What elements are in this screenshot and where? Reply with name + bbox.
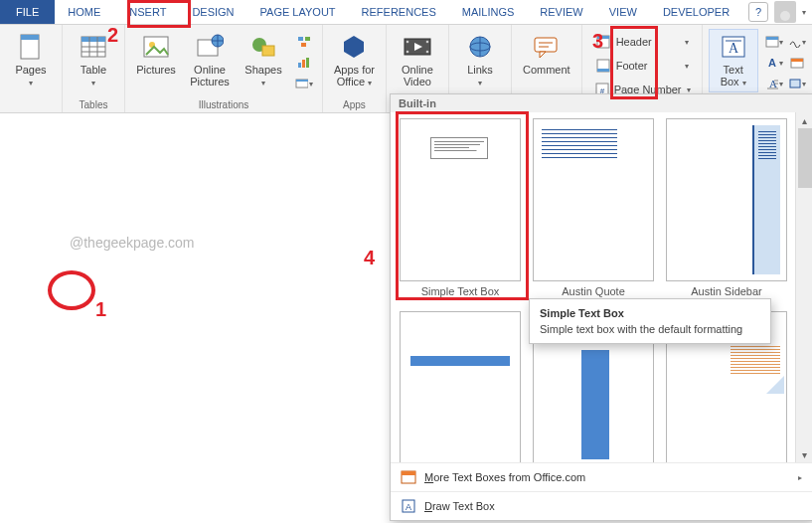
group-illustrations: Pictures Online Pictures Shapes▾ [125, 25, 323, 112]
svg-text:A: A [406, 502, 411, 512]
links-button[interactable]: Links▾ [455, 29, 505, 92]
svg-marker-33 [540, 52, 546, 58]
group-label-apps: Apps [343, 97, 366, 110]
svg-point-27 [426, 51, 429, 54]
header-icon [595, 34, 611, 50]
gallery-scrollbar[interactable]: ▴ ▾ [795, 112, 812, 462]
tab-review[interactable]: REVIEW [527, 0, 595, 24]
wordart-button[interactable]: A▾ [764, 54, 784, 72]
smartart-button[interactable] [294, 33, 314, 51]
svg-text:A: A [729, 41, 739, 56]
tab-view[interactable]: VIEW [596, 0, 650, 24]
apps-for-office-button[interactable]: Apps for Office ▾ [329, 29, 380, 92]
gallery-item-austin-sidebar[interactable]: Austin Sidebar [663, 118, 790, 305]
online-pictures-label: Online Pictures [190, 62, 230, 87]
group-label-tables: Tables [80, 97, 108, 110]
screenshot-button[interactable]: ▾ [294, 75, 314, 92]
svg-rect-15 [305, 37, 310, 41]
draw-text-box-icon: A [401, 498, 416, 514]
tooltip-body: Simple text box with the default formatt… [540, 323, 760, 335]
online-pictures-icon [195, 32, 225, 62]
svg-rect-54 [790, 80, 800, 87]
shapes-icon [248, 32, 278, 62]
video-icon [403, 32, 432, 62]
gallery-grid: Simple Text Box Austin Quote Austin Side… [391, 112, 812, 462]
drop-cap-button[interactable]: A▾ [764, 75, 784, 92]
svg-rect-17 [298, 63, 301, 68]
date-time-button[interactable] [787, 54, 807, 72]
footer-icon [595, 58, 611, 74]
apps-icon [339, 32, 369, 62]
tab-insert[interactable]: INSERT [113, 0, 179, 24]
svg-rect-32 [535, 38, 557, 52]
pictures-button[interactable]: Pictures [131, 29, 181, 79]
tab-page-layout[interactable]: PAGE LAYOUT [247, 0, 349, 24]
tab-references[interactable]: REFERENCES [349, 0, 449, 24]
user-menu-caret[interactable]: ▾ [802, 8, 806, 17]
gallery-item-banded-quote[interactable]: Banded Quote [397, 311, 524, 462]
svg-text:A: A [768, 57, 776, 69]
object-button[interactable]: ▾ [787, 75, 807, 92]
comment-icon [532, 32, 562, 62]
svg-rect-18 [302, 60, 305, 68]
gallery-item-tooltip: Simple Text Box Simple text box with the… [529, 298, 771, 344]
svg-point-25 [406, 51, 409, 54]
svg-rect-19 [306, 58, 309, 68]
tooltip-title: Simple Text Box [540, 307, 760, 319]
quick-parts-button[interactable]: ▾ [764, 33, 784, 51]
svg-rect-49 [791, 59, 803, 62]
office-store-icon [401, 469, 416, 485]
footer-button[interactable]: Footer▾ [588, 55, 696, 77]
comment-button[interactable]: Comment [518, 29, 575, 79]
more-text-boxes-item[interactable]: MMore Text Boxes from Office.comore Text… [391, 462, 812, 491]
svg-marker-22 [344, 36, 364, 58]
tab-mailings[interactable]: MAILINGS [449, 0, 528, 24]
svg-rect-37 [597, 36, 609, 39]
svg-point-26 [426, 41, 429, 44]
gallery-section-header: Built-in [391, 94, 812, 112]
draw-text-box-item[interactable]: A DDraw Text Boxraw Text Box [391, 491, 812, 520]
svg-rect-14 [298, 37, 303, 41]
svg-rect-16 [301, 43, 306, 47]
signature-line-button[interactable]: ▾ [787, 33, 807, 51]
svg-rect-3 [81, 37, 105, 42]
illustrations-small-buttons: ▾ [292, 29, 316, 96]
chart-button[interactable] [294, 54, 314, 72]
text-box-button[interactable]: A Text Box ▾ [709, 29, 758, 92]
pictures-icon [141, 32, 171, 62]
tab-file[interactable]: FILE [0, 0, 55, 24]
pages-icon [16, 32, 46, 62]
group-tables: Table▾ Tables [63, 25, 125, 112]
tab-developer[interactable]: DEVELOPER [650, 0, 742, 24]
svg-rect-1 [21, 35, 39, 40]
links-icon [465, 32, 495, 62]
tab-design[interactable]: DESIGN [179, 0, 246, 24]
svg-rect-21 [296, 80, 308, 82]
text-box-icon: A [719, 32, 748, 62]
scroll-up-icon[interactable]: ▴ [796, 112, 812, 128]
online-pictures-button[interactable]: Online Pictures [185, 29, 235, 90]
help-icon[interactable]: ? [748, 2, 768, 22]
shapes-button[interactable]: Shapes▾ [239, 29, 288, 92]
doc-watermark: @thegeekpage.com [70, 235, 195, 251]
scroll-down-icon[interactable]: ▾ [796, 446, 812, 462]
user-avatar[interactable] [774, 1, 796, 23]
svg-rect-57 [402, 471, 415, 475]
gallery-item-austin-quote[interactable]: Austin Quote [530, 118, 657, 305]
svg-point-24 [406, 41, 409, 44]
table-icon [79, 32, 108, 62]
svg-rect-46 [766, 37, 778, 40]
text-small-buttons: ▾ ▾ A▾ A▾ ▾ [762, 29, 809, 96]
svg-rect-39 [597, 69, 609, 72]
group-apps: Apps for Office ▾ Apps [323, 25, 387, 112]
online-video-button[interactable]: Online Video [393, 29, 442, 90]
ribbon-tabbar: FILE HOME INSERT DESIGN PAGE LAYOUT REFE… [0, 0, 812, 25]
header-button[interactable]: Header▾ [588, 31, 696, 53]
gallery-item-simple-text-box[interactable]: Simple Text Box [397, 118, 524, 305]
pages-button[interactable]: Pages▾ [6, 29, 56, 92]
group-label-illustrations: Illustrations [199, 97, 249, 110]
table-button[interactable]: Table▾ [69, 29, 118, 92]
tab-home[interactable]: HOME [55, 0, 113, 24]
svg-rect-13 [262, 46, 274, 56]
group-pages: Pages▾ [0, 25, 63, 112]
